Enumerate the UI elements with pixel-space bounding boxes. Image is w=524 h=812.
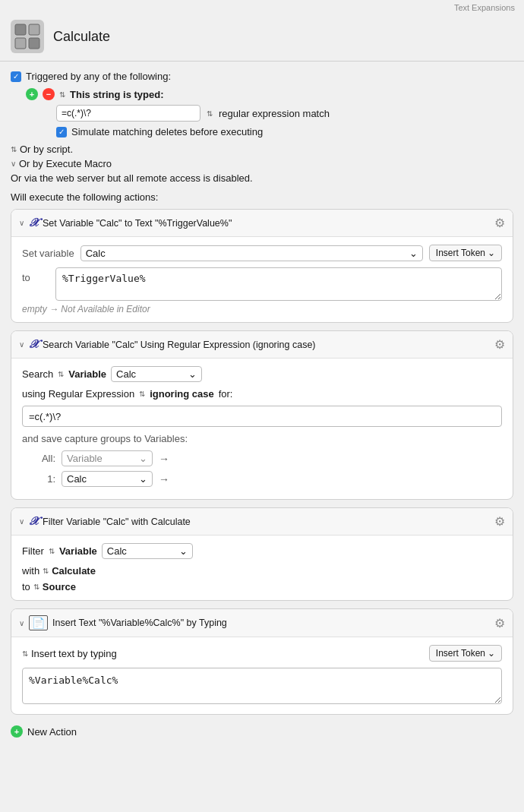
action3-collapse-icon[interactable]: ∨ [19,517,24,526]
action-header-left: ∨ 𝒳 Set Variable "Calc" to Text "%Trigge… [19,216,232,229]
web-server-row: Or via the web server but all remote acc… [11,172,513,184]
action2-search-label: Search [22,368,53,380]
action4-body: ⇅ Insert text by typing Insert Token ⌄ %… [11,637,513,714]
action4-insert-text-label: Insert text by typing [31,648,117,659]
action2-body: Search ⇅ Variable Calc ⌄ using Regular E… [11,359,513,499]
regex-match-label: regular expression match [219,108,330,119]
triggered-row: ✓ Triggered by any of the following: [11,71,513,82]
svg-rect-3 [29,38,39,49]
action2-variable-select[interactable]: Calc ⌄ [111,366,202,382]
app-title: Calculate [53,29,110,45]
action1-script-icon: 𝒳 [29,216,38,229]
action3-header-left: ∨ 𝒳 Filter Variable "Calc" with Calculat… [19,515,191,528]
action1-set-variable-label: Set variable [22,248,74,259]
action1-insert-token-button[interactable]: Insert Token ⌄ [429,245,502,261]
script-arrows-icon[interactable]: ⇅ [11,145,17,153]
action3-calculate-label: Calculate [52,565,96,577]
action2-regex-input[interactable] [22,406,502,427]
web-server-label: Or via the web server but all remote acc… [11,172,253,184]
action2-one-variable-select[interactable]: Calc ⌄ [62,471,153,487]
regex-input[interactable] [56,105,200,122]
action4-header-left: ∨ 📄 Insert Text "%Variable%Calc%" by Typ… [19,615,227,630]
action1-to-row: to %TriggerValue% [22,267,502,301]
action4-insert-token-button[interactable]: Insert Token ⌄ [429,645,502,662]
action2-all-capture-row: All: Variable ⌄ → [22,450,502,466]
action3-script-icon: 𝒳 [29,515,38,528]
action2-script-icon: 𝒳 [29,338,38,351]
remove-trigger-button[interactable]: − [43,88,55,100]
action2-collapse-icon[interactable]: ∨ [19,340,24,349]
action2-search-var-row: Search ⇅ Variable Calc ⌄ [22,366,502,382]
action3-variable-name: Calc [107,545,127,557]
action2-all-arrow-icon: → [159,453,169,465]
action3-variable-select[interactable]: Calc ⌄ [102,543,193,559]
action3-filter-var-row: Filter ⇅ Variable Calc ⌄ [22,543,502,559]
action-card-filter-variable: ∨ 𝒳 Filter Variable "Calc" with Calculat… [11,507,513,601]
action2-search-arrows-icon[interactable]: ⇅ [58,370,64,378]
action2-variable-name: Calc [116,368,136,380]
svg-rect-1 [29,24,39,35]
action4-text-input[interactable]: %Variable%Calc% [22,668,502,704]
new-action-add-button[interactable]: + [11,725,23,738]
action3-to-arrows-icon[interactable]: ⇅ [33,583,39,591]
action4-insert-typing-row: ⇅ Insert text by typing Insert Token ⌄ [22,645,502,662]
header: Calculate [0,14,524,62]
action-header-set-variable: ∨ 𝒳 Set Variable "Calc" to Text "%Trigge… [11,210,513,237]
action3-filter-arrows-icon[interactable]: ⇅ [49,547,55,555]
action3-gear-icon[interactable]: ⚙ [494,514,505,529]
action2-gear-icon[interactable]: ⚙ [494,337,505,352]
action1-insert-token-chevron-icon: ⌄ [488,248,495,258]
action1-to-input[interactable]: %TriggerValue% [55,267,502,301]
action-card-search-variable: ∨ 𝒳 Search Variable "Calc" Using Regular… [11,330,513,500]
new-action-label[interactable]: New Action [27,726,77,738]
action3-filter-label: Filter [22,545,44,557]
action1-variable-name: Calc [86,248,106,259]
action3-to-source-row: to ⇅ Source [22,581,502,592]
sort-arrows-icon[interactable]: ⇅ [59,90,65,99]
will-execute-label: Will execute the following actions: [11,191,513,203]
action-card-insert-text: ∨ 📄 Insert Text "%Variable%Calc%" by Typ… [11,608,513,715]
regex-sort-icon[interactable]: ⇅ [207,109,213,118]
execute-macro-chevron-icon[interactable]: ∨ [11,160,16,168]
action2-regex-arrows-icon[interactable]: ⇅ [139,390,145,398]
action2-all-placeholder: Variable [67,453,103,464]
action3-variable-label: Variable [59,545,97,557]
simulate-checkbox[interactable]: ✓ [56,127,67,137]
action1-collapse-icon[interactable]: ∨ [19,219,24,227]
action4-gear-icon[interactable]: ⚙ [494,616,505,630]
add-trigger-button[interactable]: + [26,88,38,100]
action2-variable-label: Variable [68,368,106,380]
action3-body: Filter ⇅ Variable Calc ⌄ with ⇅ Calculat… [11,536,513,600]
action1-set-variable-row: Set variable Calc ⌄ Insert Token ⌄ [22,245,502,261]
action4-typing-arrows-icon[interactable]: ⇅ [22,649,28,658]
action-header-filter-variable: ∨ 𝒳 Filter Variable "Calc" with Calculat… [11,508,513,536]
string-typed-row: + − ⇅ This string is typed: [26,88,513,100]
action1-empty-note: empty → Not Available in Editor [22,304,502,314]
action3-with-arrows-icon[interactable]: ⇅ [43,567,49,575]
new-action-row: + New Action [11,722,513,741]
action2-variable-chevron-icon: ⌄ [188,368,197,380]
action1-gear-icon[interactable]: ⚙ [494,216,505,230]
action2-using-regex-row: using Regular Expression ⇅ ignoring case… [22,388,502,400]
or-by-execute-macro-label: Or by Execute Macro [19,158,112,169]
action2-for-label: for: [219,388,233,400]
action2-one-arrow-icon: → [159,473,169,485]
svg-rect-0 [15,24,26,35]
action2-ignoring-case-label: ignoring case [150,388,214,400]
action1-title: Set Variable "Calc" to Text "%TriggerVal… [43,218,232,229]
action4-insert-token-chevron-icon: ⌄ [488,648,495,659]
triggered-checkbox[interactable]: ✓ [11,71,21,82]
action1-body: Set variable Calc ⌄ Insert Token ⌄ to %T… [11,237,513,322]
action-header-search-variable: ∨ 𝒳 Search Variable "Calc" Using Regular… [11,331,513,359]
action1-variable-chevron-icon: ⌄ [409,248,418,259]
action1-variable-select[interactable]: Calc ⌄ [80,245,423,261]
action2-one-label: 1: [37,473,55,485]
action-header-insert-text: ∨ 📄 Insert Text "%Variable%Calc%" by Typ… [11,609,513,637]
top-bar-label: Text Expansions [454,3,515,12]
action2-all-chevron-icon: ⌄ [139,453,147,464]
action3-title: Filter Variable "Calc" with Calculate [43,517,191,527]
action2-save-capture-label: and save capture groups to Variables: [22,433,502,444]
action4-collapse-icon[interactable]: ∨ [19,619,24,627]
action2-all-variable-select[interactable]: Variable ⌄ [62,450,153,466]
action4-doc-icon: 📄 [29,615,48,630]
